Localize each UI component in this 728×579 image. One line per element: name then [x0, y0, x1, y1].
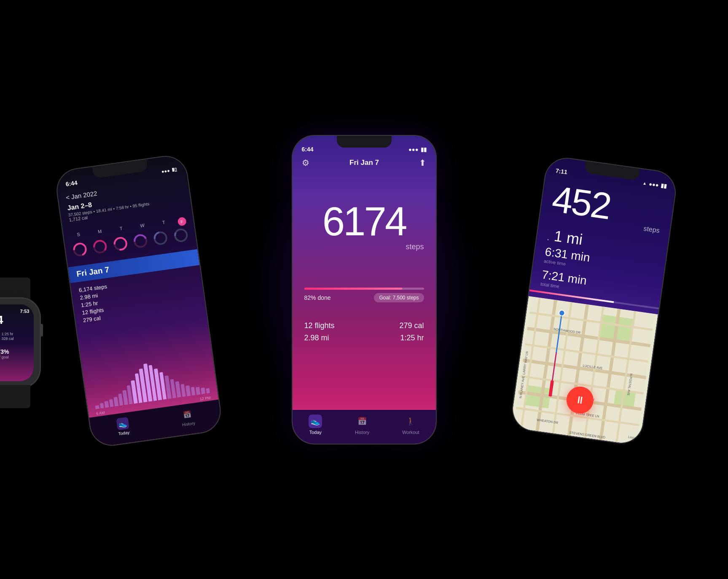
map-svg: NORTHWOOD DR LUCILLE AVE LARRY WAY LN N …	[510, 296, 658, 445]
left-tab-history[interactable]: 📅 History	[180, 407, 195, 427]
bar-1	[99, 403, 104, 408]
steps-number: 6174	[293, 201, 436, 242]
day-w: W	[134, 222, 150, 232]
tab-workout[interactable]: 🚶 Workout	[402, 415, 419, 435]
svg-point-10	[174, 229, 188, 242]
right-battery-icon: ▮▮	[660, 182, 667, 189]
pause-icon: ⏸	[574, 393, 586, 407]
bar-2	[104, 401, 109, 407]
left-tab-history-label: History	[182, 420, 195, 427]
settings-icon[interactable]: ⚙	[302, 158, 309, 168]
day-m: M	[92, 228, 108, 238]
bar-4	[113, 396, 118, 406]
tab-history-label: History	[355, 430, 369, 435]
stat-distance: 2.98 mi	[304, 334, 364, 342]
watch-ring-area: 73% of goal	[0, 343, 30, 364]
right-status-time: 7:11	[555, 167, 567, 175]
tab-history-icon: 📅	[355, 415, 369, 428]
ring-f	[172, 226, 189, 244]
progress-section: 82% done Goal: 7,500 steps	[304, 288, 424, 302]
watch-top-row: Steps 7:53	[0, 309, 30, 314]
center-screen: 6:44 ●●● ▮▮ ⚙ Fri Jan 7 ⬆ 6174 steps	[293, 136, 436, 444]
ring-t2	[152, 229, 169, 247]
tab-today[interactable]: 👟 Today	[309, 415, 322, 435]
watch-crown	[40, 324, 43, 337]
day-t2: T	[156, 218, 172, 229]
bar-18	[180, 384, 186, 397]
watch-display: Steps 7:53 6,174 steps 2.98 mi 1:25 hr 0…	[0, 304, 34, 381]
phone-left: 6:44 ●●● ▮▯ < Jan 2022 Jan 2–8 37,502 st…	[54, 154, 223, 448]
ring-t1	[112, 235, 129, 252]
center-status-icons: ●●● ▮▮	[408, 146, 427, 153]
watch-active: 1:25 hr	[2, 332, 30, 336]
right-distance-val: 1 mi	[553, 227, 583, 248]
ring-s	[71, 241, 89, 258]
watch-sub-stats: 2.98 mi 1:25 hr 0 flights 328 cal	[0, 332, 30, 341]
right-distance-text: .	[546, 232, 551, 242]
svg-point-8	[154, 231, 167, 245]
steps-main: 6174 steps	[293, 201, 436, 251]
bar-0	[95, 405, 99, 409]
day-s: S	[70, 231, 86, 241]
bar-19	[185, 385, 191, 396]
progress-bar-fill	[304, 288, 403, 290]
watch-goal-label: of goal	[0, 355, 9, 359]
center-status-time: 6:44	[302, 146, 314, 153]
bar-20	[191, 386, 195, 395]
bar-23	[206, 388, 210, 393]
left-wifi-icon: ●●●	[161, 167, 170, 174]
day-t1: T	[113, 225, 129, 235]
phone-right: 7:11 ▲ ●●● ▮▮ 452 steps . 1 mi 6:31 min …	[510, 156, 677, 445]
stat-time: 1:25 hr	[364, 334, 424, 342]
progress-goal: Goal: 7,500 steps	[374, 293, 424, 302]
watch-steps-num: 6,174	[0, 314, 30, 326]
left-screen: 6:44 ●●● ▮▯ < Jan 2022 Jan 2–8 37,502 st…	[54, 154, 223, 448]
app-scene: 6:44 ●●● ▮▯ < Jan 2022 Jan 2–8 37,502 st…	[69, 16, 659, 564]
watch-goal-area: 73% of goal	[0, 348, 9, 359]
center-tab-bar: 👟 Today 📅 History 🚶 Workout	[293, 410, 436, 444]
bar-3	[109, 399, 113, 407]
left-battery-icon: ▮▯	[171, 166, 177, 172]
share-icon[interactable]: ⬆	[419, 158, 426, 168]
left-tab-history-icon: 📅	[180, 408, 194, 421]
battery-icon: ▮▮	[421, 146, 427, 153]
tab-history[interactable]: 📅 History	[355, 415, 369, 435]
left-status-time: 6:44	[65, 179, 78, 187]
left-tab-today-label: Today	[118, 430, 130, 436]
bar-label-mid: 12 PM	[199, 395, 211, 401]
wifi-icon: ●●●	[408, 146, 419, 153]
stats-grid: 12 flights 279 cal 2.98 mi 1:25 hr	[304, 321, 424, 342]
day-f: F	[177, 217, 187, 226]
watch-screen: Steps 7:53 6,174 steps 2.98 mi 1:25 hr 0…	[0, 304, 34, 381]
left-status-icons: ●●● ▮▯	[161, 166, 177, 174]
tab-today-label: Today	[309, 430, 322, 435]
tab-workout-label: Workout	[402, 430, 419, 435]
watch-band-bottom	[0, 385, 30, 408]
right-steps-big: 452	[550, 180, 612, 225]
progress-text: 82% done Goal: 7,500 steps	[304, 293, 424, 302]
bar-label-start: 6 AM	[96, 410, 105, 416]
center-notch	[337, 136, 392, 148]
watch-calories: 328 cal	[2, 337, 30, 341]
right-screen: 7:11 ▲ ●●● ▮▮ 452 steps . 1 mi 6:31 min …	[510, 156, 677, 445]
right-status-icons: ▲ ●●● ▮▮	[642, 180, 667, 189]
tab-workout-icon: 🚶	[404, 415, 417, 428]
right-wifi-icon: ●●●	[648, 180, 659, 188]
stat-calories: 279 cal	[364, 321, 424, 330]
left-tab-today[interactable]: 👟 Today	[116, 417, 130, 436]
left-tab-today-icon: 👟	[116, 417, 129, 430]
right-total: 7:21 min total time	[540, 268, 587, 293]
watch-band-top	[0, 277, 30, 301]
stat-flights: 12 flights	[304, 321, 364, 330]
right-distance: . 1 mi	[546, 226, 583, 248]
map-container: NORTHWOOD DR LUCILLE AVE LARRY WAY LN N …	[510, 296, 658, 445]
tab-today-icon: 👟	[309, 415, 322, 428]
watch-body: Steps 7:53 6,174 steps 2.98 mi 1:25 hr 0…	[0, 299, 40, 387]
apple-watch: Steps 7:53 6,174 steps 2.98 mi 1:25 hr 0…	[0, 299, 40, 387]
ring-m	[91, 238, 109, 255]
steps-label: steps	[293, 242, 436, 251]
watch-time: 7:53	[20, 309, 29, 314]
ring-w	[132, 232, 149, 250]
map-legal-text: Legal	[628, 435, 637, 440]
bar-22	[201, 387, 205, 394]
